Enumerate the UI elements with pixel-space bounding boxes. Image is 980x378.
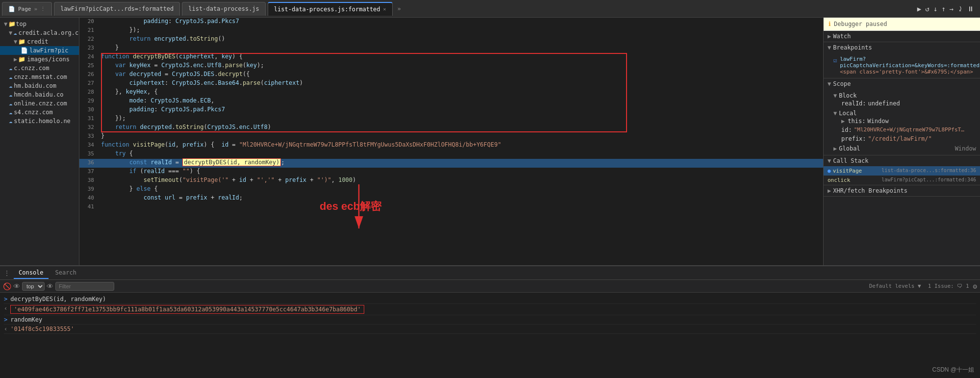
global-section: ▶ Global Window [833,144,976,153]
cloud-icon8: ☁ [9,118,12,125]
block-realid-row: realId: undefined [841,99,976,108]
debugger-watch-section: ▶ Watch [824,31,980,42]
callstack-item-visitpage[interactable]: ● visitPage list-data-proce...s:formatte… [824,166,980,176]
tab-listdata-formatted-label: list-data-process.js:formatted [274,6,380,13]
global-header[interactable]: ▶ Global [833,145,860,152]
callstack-label: Call Stack [833,157,868,164]
context-select[interactable]: top [22,282,45,291]
step-over-icon[interactable]: ↺ [925,5,929,13]
default-levels[interactable]: Default levels ▼ [869,283,921,289]
breakpoints-header[interactable]: ▼ Breakpoints [824,42,980,53]
code-line-32: 32 return decrypted.toString(CryptoJS.en… [79,124,823,132]
code-line-21: 21 }); [79,26,823,35]
code-line-20: 20 padding: CryptoJS.pad.Pkcs7 [79,18,823,26]
global-label: Global [839,145,860,152]
watch-header[interactable]: ▶ Watch [824,31,980,42]
tree-s4-cnzz-label: s4.cnzz.com [14,109,52,116]
code-line-40: 40 const url = prefix + realId; [79,194,823,203]
eye-icon[interactable]: 👁 [47,282,53,290]
code-line-37: 37 if (realId === "") { [79,168,823,176]
local-prefix-row: prefix: "/credit/lawFirm/" [841,134,976,143]
folder-expand-icon: ▼ [4,21,7,27]
code-lines: 20 padding: CryptoJS.pad.Pkcs7 21 }); 22… [79,18,823,212]
prefix-var-value: "/credit/lawFirm/" [868,135,932,142]
xhr-header[interactable]: ▶ XHR/fetch Breakpoints [824,185,980,196]
tree-item-online-cnzz[interactable]: ☁ online.cnzz.com [0,99,79,108]
tree-item-static-homolo[interactable]: ☁ static.homolo.ne [0,117,79,126]
scope-expand-icon: ▼ [828,80,831,87]
tree-item-credit[interactable]: ▼ 📁 credit [0,37,79,46]
local-header[interactable]: ▼ Local [833,110,976,117]
console-arrow-4: ‹ [4,326,7,332]
tree-item-lawfirm[interactable]: 📄 lawFirm?pic [0,46,79,55]
tab-console[interactable]: Console [14,267,49,279]
this-expand-icon[interactable]: ▶ [841,118,845,125]
tab-menu-icon[interactable]: ⋮ [40,6,46,12]
this-var-name: this: [848,118,865,125]
xhr-label: XHR/fetch Breakpoints [833,187,907,194]
deactivate-breakpoints-icon[interactable]: ⤸ [957,5,963,13]
breakpoints-label: Breakpoints [833,44,872,51]
local-label: Local [839,110,856,117]
console-gear-icon[interactable]: ⚙ [973,282,977,290]
clear-console-icon[interactable]: 🚫 [3,282,11,290]
tab-search[interactable]: Search [50,267,81,279]
pause-on-exceptions-icon[interactable]: ⏸ [967,5,974,13]
tree-item-top[interactable]: ▼ 📁 top [0,20,79,28]
info-icon: ℹ [829,21,831,27]
step-icon[interactable]: → [950,5,954,13]
tree-cnzz-mm-label: cnzz.mmstat.com [14,74,67,80]
code-line-35: 35 try { [79,150,823,159]
tab-close-icon[interactable]: ✕ [383,6,386,12]
tree-item-hmcdn[interactable]: ☁ hmcdn.baidu.co [0,90,79,99]
tree-item-baidu[interactable]: ☁ hm.baidu.com [0,81,79,90]
filter-input[interactable] [55,282,114,291]
tree-item-cnzz[interactable]: ☁ c.cnzz.com [0,64,79,73]
scope-label: Scope [833,80,851,87]
bp-details: lawFirm?picCaptchaVerification=&keyWords… [840,56,980,75]
local-id-row: id: "Ml20HVRCe+W/jNGqtrmeW79w7L8PPfsTl8t… [841,126,976,134]
tree-top-label: top [16,21,26,27]
tab-lawfirm[interactable]: lawFirm?picCapt...rds=:formatted [54,2,180,16]
folder-expand-icon3: ▶ [14,56,17,63]
code-line-31: 31 }); [79,115,823,124]
tree-item-images[interactable]: ▶ 📁 images/icons [0,55,79,64]
tab-listdata-label: list-data-process.js [188,5,259,12]
bp-checkbox-icon[interactable]: ☑ [833,57,837,64]
code-line-34: 34 function visitPage(id, prefix) { id =… [79,141,823,150]
watch-label: Watch [833,33,851,40]
tree-item-cnzz-mm[interactable]: ☁ cnzz.mmstat.com [0,73,79,81]
callstack-item-onclick[interactable]: onclick lawFirm?picCapt...:formatted:346 [824,176,980,185]
tab-page[interactable]: 📄 Page » ⋮ [2,2,52,16]
live-expressions-icon[interactable]: 👁 [13,282,20,290]
step-into-icon[interactable]: ↓ [933,5,937,13]
debugger-callstack-section: ▼ Call Stack ● visitPage list-data-proce… [824,155,980,185]
block-header[interactable]: ▼ Block [833,92,976,99]
tree-hmcdn-label: hmcdn.baidu.co [14,91,63,98]
bottom-menu-icon[interactable]: ⋮ [4,270,10,277]
code-line-38: 38 setTimeout("visitPage('" + id + "','"… [79,176,823,185]
breakpoint-item: ☑ lawFirm?picCaptchaVerification=&keyWor… [833,55,976,76]
callstack-header[interactable]: ▼ Call Stack [824,155,980,166]
issues-badge: 1 Issue: 🗨 1 [928,283,969,289]
cloud-icon4: ☁ [9,82,12,89]
devtools-toolbar: ▶ ↺ ↓ ↑ → ⤸ ⏸ [917,5,978,13]
file-icon: 📄 [21,47,28,54]
step-out-icon[interactable]: ↑ [941,5,945,13]
cloud-icon2: ☁ [9,65,12,72]
tree-item-s4-cnzz[interactable]: ☁ s4.cnzz.com [0,108,79,117]
code-line-29: 29 mode: CryptoJS.mode.ECB, [79,97,823,106]
code-line-24: 24 function decryptByDES(ciphertext, key… [79,53,823,62]
tree-images-label: images/icons [27,56,70,63]
resume-icon[interactable]: ▶ [917,5,921,13]
tab-listdata[interactable]: list-data-process.js [182,2,266,16]
tab-more-icon[interactable]: » [34,6,38,12]
tree-item-credit-acla[interactable]: ▼ ☁ credit.acla.org.cr [0,28,79,37]
console-content[interactable]: > decryptByDES(id, randomKey) ‹ 'e409fae… [0,293,980,378]
scope-header[interactable]: ▼ Scope [824,78,980,89]
callstack-visitpage-fn: visitPage [833,168,862,174]
bottom-panel: ⋮ Console Search 🚫 👁 top 👁 Default level… [0,265,980,378]
tab-overflow-icon[interactable]: » [395,5,404,12]
breakpoints-content: ☑ lawFirm?picCaptchaVerification=&keyWor… [824,53,980,78]
tab-listdata-formatted[interactable]: list-data-process.js:formatted ✕ [268,2,393,16]
